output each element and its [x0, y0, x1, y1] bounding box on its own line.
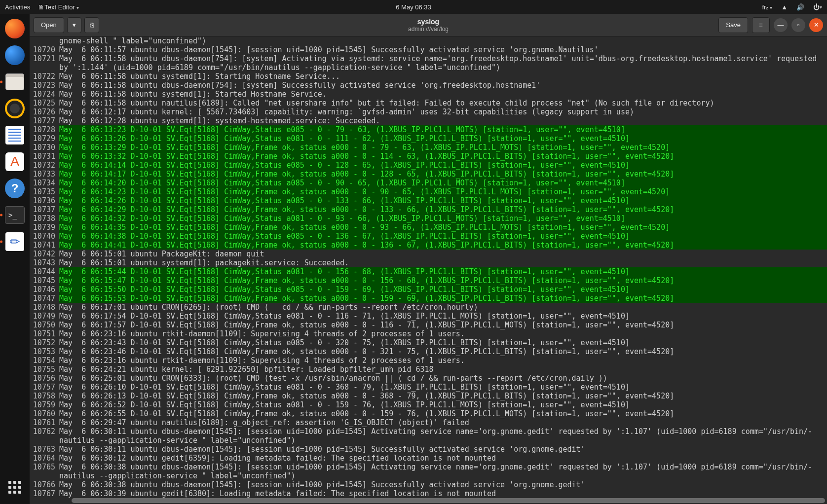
line-text: May 6 06:14:38 D-10-01 SV.Eqt[5168] CimW… — [59, 232, 827, 241]
headerbar: Open ▾ ⎘ syslog admin:///var/log Save ≡ … — [30, 14, 827, 36]
title-area: syslog admin:///var/log — [408, 18, 449, 33]
log-line: 10723May 6 06:11:58 ubuntu dbus-daemon[7… — [30, 81, 827, 90]
ubuntu-dock: A ? >_ ✎ — [0, 14, 30, 504]
log-line: by ':1.144' (uid=1000 pid=6189 comm="/us… — [30, 63, 827, 72]
line-number: 10748 — [30, 303, 59, 312]
log-line: 10729May 6 06:13:26 D-10-01 SV.Eqt[5168]… — [30, 134, 827, 143]
horizontal-scrollbar[interactable] — [59, 498, 820, 503]
line-text: May 6 06:13:29 D-10-01 SV.Eqt[5168] CimW… — [59, 143, 827, 152]
line-number: 10735 — [30, 187, 59, 196]
app-menu[interactable]: 🗎 Text Editor — [38, 3, 79, 11]
line-number: 10733 — [30, 170, 59, 179]
line-text: May 6 06:11:58 ubuntu nautilus[6189]: Ca… — [59, 99, 827, 108]
line-text: May 6 06:13:23 D-10-01 SV.Eqt[5168] CimW… — [59, 125, 827, 134]
log-line: 10756May 6 06:25:01 ubuntu CRON[6333]: (… — [30, 374, 827, 383]
open-button[interactable]: Open — [34, 17, 64, 33]
log-line: 10763May 6 06:30:11 ubuntu dbus-daemon[1… — [30, 445, 827, 454]
document-title: syslog — [408, 18, 449, 26]
log-line: 10721May 6 06:11:58 ubuntu dbus-daemon[7… — [30, 54, 827, 63]
line-text: May 6 06:14:20 D-10-01 SV.Eqt[5168] CimW… — [59, 179, 827, 187]
line-number: 10761 — [30, 418, 59, 427]
log-line: 10761May 6 06:29:47 ubuntu nautilus[6189… — [30, 418, 827, 427]
text-view[interactable]: gnome-shell " label="unconfined")10720Ma… — [30, 36, 827, 504]
network-icon[interactable]: ▲ — [781, 3, 788, 11]
line-number: 10766 — [30, 480, 59, 489]
log-line: 10738May 6 06:14:32 D-10-01 SV.Eqt[5168]… — [30, 214, 827, 223]
show-applications-button[interactable] — [3, 475, 27, 499]
gedit-window: Open ▾ ⎘ syslog admin:///var/log Save ≡ … — [30, 14, 827, 504]
volume-icon[interactable]: 🔊 — [796, 3, 804, 11]
line-text: May 6 06:12:17 ubuntu kernel: [ 5567.734… — [59, 108, 827, 116]
save-button[interactable]: Save — [718, 17, 748, 33]
gedit-icon: ✎ — [5, 232, 24, 251]
maximize-button[interactable]: ▫ — [791, 18, 805, 32]
power-icon[interactable]: ⏻ — [813, 3, 822, 11]
line-text: May 6 06:26:10 D-10-01 SV.Eqt[5168] CimW… — [59, 383, 827, 392]
line-text: nautilus --gapplication-service " label=… — [59, 471, 827, 480]
log-line: 10746May 6 06:15:50 D-10-01 SV.Eqt[5168]… — [30, 285, 827, 294]
log-line: 10734May 6 06:14:20 D-10-01 SV.Eqt[5168]… — [30, 179, 827, 187]
dock-firefox[interactable] — [3, 17, 27, 40]
line-text: May 6 06:30:38 ubuntu dbus-daemon[1545]:… — [59, 480, 827, 489]
line-number: 10751 — [30, 329, 59, 338]
text-editor-icon: 🗎 — [38, 3, 44, 11]
line-number — [30, 471, 59, 480]
log-line: 10748May 6 06:17:01 ubuntu CRON[6265]: (… — [30, 303, 827, 312]
line-text: May 6 06:11:58 ubuntu dbus-daemon[754]: … — [59, 54, 827, 63]
dock-thunderbird[interactable] — [3, 43, 27, 67]
line-number: 10721 — [30, 54, 59, 63]
line-text: May 6 06:15:50 D-10-01 SV.Eqt[5168] CimW… — [59, 285, 827, 294]
dock-libreoffice-writer[interactable] — [3, 123, 27, 147]
dock-files[interactable] — [3, 70, 27, 94]
log-line: 10764May 6 06:30:12 ubuntu gedit[6359]: … — [30, 454, 827, 463]
line-number: 10722 — [30, 72, 59, 81]
log-line: 10730May 6 06:13:29 D-10-01 SV.Eqt[5168]… — [30, 143, 827, 152]
dock-help[interactable]: ? — [3, 177, 27, 200]
line-number — [30, 436, 59, 445]
line-number: 10723 — [30, 81, 59, 90]
log-line: 10735May 6 06:14:23 D-10-01 SV.Eqt[5168]… — [30, 187, 827, 196]
log-line: 10744May 6 06:15:44 D-10-01 SV.Eqt[5168]… — [30, 267, 827, 276]
keyboard-layout-indicator[interactable]: fr₂ — [762, 3, 772, 11]
line-text: May 6 06:30:38 ubuntu dbus-daemon[1545]:… — [59, 463, 827, 471]
close-button[interactable]: ✕ — [809, 18, 823, 32]
line-text: May 6 06:25:01 ubuntu CRON[6333]: (root)… — [59, 374, 827, 383]
hamburger-menu-button[interactable]: ≡ — [752, 17, 770, 33]
line-number: 10764 — [30, 454, 59, 463]
line-number: 10745 — [30, 276, 59, 285]
log-line: nautilus --gapplication-service " label=… — [30, 471, 827, 480]
log-line: 10758May 6 06:26:13 D-10-01 SV.Eqt[5168]… — [30, 392, 827, 400]
line-number: 10743 — [30, 258, 59, 267]
log-line: 10742May 6 06:15:01 ubuntu PackageKit: d… — [30, 250, 827, 258]
line-text: May 6 06:15:01 ubuntu PackageKit: daemon… — [59, 250, 827, 258]
line-number: 10732 — [30, 161, 59, 170]
line-number: 10742 — [30, 250, 59, 258]
log-line: 10726May 6 06:12:17 ubuntu kernel: [ 556… — [30, 108, 827, 116]
log-line: 10745May 6 06:15:47 D-10-01 SV.Eqt[5168]… — [30, 276, 827, 285]
dock-terminal[interactable]: >_ — [3, 203, 27, 227]
line-number: 10759 — [30, 400, 59, 409]
line-number: 10737 — [30, 205, 59, 214]
log-line: 10725May 6 06:11:58 ubuntu nautilus[6189… — [30, 99, 827, 108]
dock-text-editor[interactable]: ✎ — [3, 230, 27, 253]
new-document-button[interactable]: ⎘ — [84, 17, 99, 33]
help-icon: ? — [5, 179, 25, 198]
line-number: 10746 — [30, 285, 59, 294]
line-text: May 6 06:11:58 ubuntu dbus-daemon[754]: … — [59, 81, 827, 90]
log-line: 10750May 6 06:17:57 D-10-01 SV.Eqt[5168]… — [30, 321, 827, 329]
open-recent-button[interactable]: ▾ — [67, 17, 81, 33]
line-number: 10736 — [30, 196, 59, 205]
line-number: 10734 — [30, 179, 59, 187]
line-text: May 6 06:14:23 D-10-01 SV.Eqt[5168] CimW… — [59, 187, 827, 196]
activities-button[interactable]: Activities — [5, 3, 30, 11]
dock-software[interactable]: A — [3, 150, 27, 174]
new-document-icon: ⎘ — [90, 21, 94, 29]
minimize-button[interactable]: ― — [774, 18, 788, 32]
line-text: May 6 06:14:26 D-10-01 SV.Eqt[5168] CimW… — [59, 196, 827, 205]
line-number: 10730 — [30, 143, 59, 152]
apps-grid-icon — [8, 481, 21, 494]
dock-rhythmbox[interactable] — [3, 97, 27, 120]
clock[interactable]: 6 May 06:33 — [396, 3, 431, 11]
thunderbird-icon — [5, 45, 25, 65]
line-number: 10739 — [30, 223, 59, 232]
